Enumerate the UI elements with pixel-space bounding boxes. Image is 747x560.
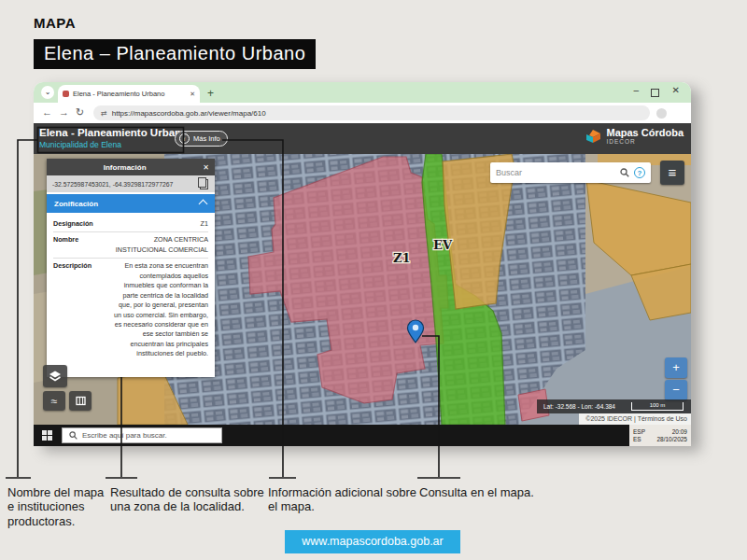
scale-bar: 100 m: [631, 402, 684, 411]
brand-block: Mapas Córdoba IDECOR: [585, 128, 684, 146]
mas-info-button[interactable]: i Más Info: [175, 131, 228, 147]
map-attribution[interactable]: ©2025 IDECOR | Términos de Uso: [579, 413, 691, 425]
browser-tab[interactable]: Elena - Planeamiento Urbano ✕: [58, 85, 200, 103]
attribute-label: Nombre: [53, 235, 111, 255]
attribute-row: Designación Z1: [53, 217, 208, 232]
url-text: https://mapascordoba.gob.ar/viewer/mapa/…: [112, 109, 266, 118]
annotation-map-name: Nombre del mapa e instituciones producto…: [7, 485, 106, 528]
attribute-value: Z1: [111, 219, 208, 229]
coordinates-row: -32.5725987453021, -64.39298172977267: [47, 175, 215, 192]
tutorial-poster: MAPA Elena – Planeamiento Urbano ⌄ Elena…: [0, 0, 747, 560]
windows-start-button[interactable]: [42, 430, 53, 441]
tray-date: 28/10/2025: [656, 436, 687, 443]
copy-icon[interactable]: [200, 179, 208, 189]
basemap-button[interactable]: [69, 391, 92, 411]
window-maximize-button[interactable]: [651, 89, 659, 97]
callout-line-a: [6, 140, 37, 478]
tray-lang: ESP: [633, 428, 645, 436]
zonificacion-section-header[interactable]: Zonificación: [47, 194, 215, 213]
map-viewport[interactable]: Z1 EV Buscar ? ≡ Información ✕: [34, 154, 691, 425]
info-icon: i: [179, 133, 190, 144]
attribute-row: Nombre ZONA CENTRICA INSTITUCIONAL COMER…: [53, 232, 208, 259]
zoom-in-button[interactable]: +: [665, 357, 687, 378]
layers-button[interactable]: [43, 365, 67, 387]
info-panel-header: Información ✕: [47, 159, 215, 175]
tab-close-icon[interactable]: ✕: [190, 91, 195, 98]
brand-name: Mapas Córdoba: [606, 128, 684, 138]
map-app-header: Elena - Planeamiento Urbano Municipalida…: [34, 123, 691, 154]
taskbar-search-placeholder: Escribe aquí para buscar.: [82, 431, 167, 440]
map-search-placeholder: Buscar: [496, 168, 620, 177]
search-icon[interactable]: [620, 168, 629, 177]
map-pin-dot: [413, 325, 418, 330]
system-tray[interactable]: ESP 20:09 ES 28/10/2025: [629, 425, 691, 446]
attribute-label: Designación: [53, 219, 111, 229]
close-icon[interactable]: ✕: [203, 163, 209, 172]
annotation-additional-info: Información adicional sobre el mapa.: [268, 485, 417, 514]
help-icon[interactable]: ?: [634, 167, 645, 178]
window-minimize-button[interactable]: –: [633, 85, 639, 95]
window-close-button[interactable]: ✕: [672, 85, 680, 95]
chevron-up-icon: [199, 199, 208, 208]
taskbar-search[interactable]: Escribe aquí para buscar.: [62, 427, 222, 443]
info-panel-body: Designación Z1 Nombre ZONA CENTRICA INST…: [47, 213, 215, 366]
zone-label-ev: EV: [433, 238, 453, 252]
attribute-label: Descripción: [53, 261, 111, 358]
annotation-query-result: Resultado de consulta sobre una zona de …: [110, 485, 265, 514]
mapas-cordoba-logo-icon: [585, 129, 601, 146]
attribute-value: En esta zona se encuentran contemplados …: [111, 261, 208, 358]
map-search-box[interactable]: Buscar ?: [490, 162, 651, 183]
map-title: Elena - Planeamiento Urbano: [39, 127, 188, 138]
favicon-icon: [63, 91, 69, 97]
profile-avatar[interactable]: [656, 108, 667, 119]
new-tab-button[interactable]: +: [207, 87, 214, 100]
layers-icon: [49, 370, 62, 383]
tab-search-chevron-icon[interactable]: ⌄: [41, 86, 54, 99]
attribute-value: ZONA CENTRICA INSTITUCIONAL COMERCIAL: [111, 235, 208, 255]
info-panel: Información ✕ -32.5725987453021, -64.392…: [47, 159, 215, 377]
windows-taskbar: Escribe aquí para buscar. ESP 20:09 ES 2…: [34, 425, 691, 446]
back-icon[interactable]: ←: [42, 106, 52, 118]
coordinates-value: -32.5725987453021, -64.39298172977267: [52, 181, 200, 188]
forward-icon[interactable]: →: [59, 106, 69, 118]
site-settings-icon[interactable]: ⇄: [101, 109, 107, 118]
footer-url-banner: www.mapascordoba.gob.ar: [285, 530, 460, 553]
browser-window: ⌄ Elena - Planeamiento Urbano ✕ + – ✕ ← …: [34, 82, 691, 446]
info-panel-title: Información: [47, 163, 203, 172]
poster-kicker: MAPA: [34, 15, 76, 31]
menu-button[interactable]: ≡: [660, 161, 684, 185]
annotation-map-query: Consulta en el mapa.: [419, 485, 606, 499]
poster-title: Elena – Planeamiento Urbano: [34, 39, 316, 69]
browser-url-row: ← → ↻ ⇄ https://mapascordoba.gob.ar/view…: [34, 103, 691, 123]
search-icon: [69, 431, 78, 440]
tab-title: Elena - Planeamiento Urbano: [73, 90, 187, 98]
elevation-profile-button[interactable]: ≈: [43, 391, 65, 411]
tray-lang2: ES: [633, 436, 641, 443]
map-icon: [76, 396, 86, 406]
mas-info-label: Más Info: [193, 134, 220, 143]
zonificacion-title: Zonificación: [54, 200, 200, 208]
coordinates-bar: Lat: -32.568 - Lon: -64.384 100 m: [537, 399, 691, 413]
attribute-row: Descripción En esta zona se encuentran c…: [53, 259, 208, 361]
tray-time: 20:09: [672, 428, 687, 436]
brand-subname: IDECOR: [606, 138, 684, 146]
zone-label-z1: Z1: [393, 251, 411, 265]
latlon-readout: Lat: -32.568 - Lon: -64.384: [543, 403, 631, 410]
zoom-out-button[interactable]: −: [665, 380, 687, 400]
map-producer: Municipalidad de Elena: [39, 140, 121, 149]
reload-icon[interactable]: ↻: [76, 106, 84, 119]
browser-tab-bar: ⌄ Elena - Planeamiento Urbano ✕ + – ✕: [34, 82, 691, 103]
url-bar[interactable]: ⇄ https://mapascordoba.gob.ar/viewer/map…: [93, 105, 650, 120]
